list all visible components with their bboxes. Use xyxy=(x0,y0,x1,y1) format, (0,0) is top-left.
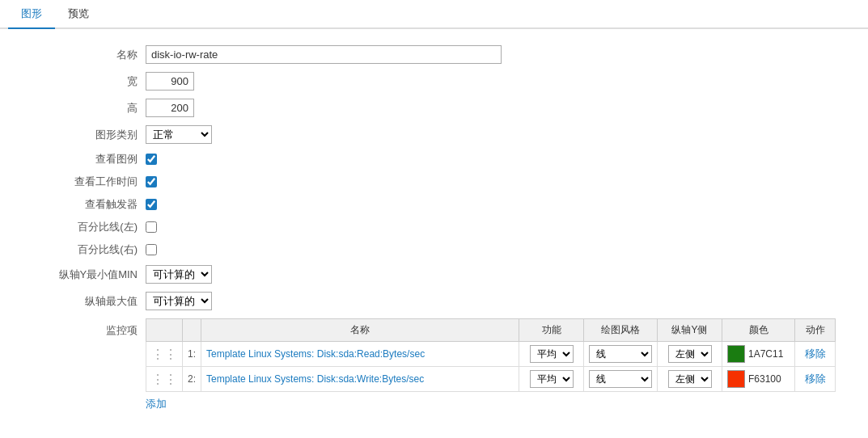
func-select[interactable]: 平均最小最大所有 xyxy=(530,370,574,388)
axis-cell: 左侧右侧 xyxy=(658,367,722,392)
name-input[interactable] xyxy=(146,45,502,64)
table-row: ⋮⋮2:Template Linux Systems: Disk:sda:Wri… xyxy=(146,367,836,392)
th-style: 绘图风格 xyxy=(584,319,658,342)
label-view-legend: 查看图例 xyxy=(32,152,138,166)
drag-handle[interactable]: ⋮⋮ xyxy=(146,367,183,392)
remove-link[interactable]: 移除 xyxy=(805,373,826,385)
remove-link[interactable]: 移除 xyxy=(805,347,826,360)
tab-graph[interactable]: 图形 xyxy=(8,0,55,29)
style-select[interactable]: 线填充区域加粗线点 xyxy=(589,345,652,363)
th-num xyxy=(183,319,201,342)
axis-select[interactable]: 左侧右侧 xyxy=(668,370,712,388)
row-view-legend: 查看图例 xyxy=(32,152,836,166)
color-value: 1A7C11 xyxy=(748,348,783,360)
label-y-max: 纵轴最大值 xyxy=(32,294,138,309)
tab-preview[interactable]: 预览 xyxy=(55,0,102,29)
th-func: 功能 xyxy=(519,319,584,342)
height-input[interactable] xyxy=(146,99,194,117)
style-select[interactable]: 线填充区域加粗线点 xyxy=(589,370,652,388)
style-cell: 线填充区域加粗线点 xyxy=(584,367,658,392)
tabs-bar: 图形 预览 xyxy=(0,0,868,29)
label-width: 宽 xyxy=(32,74,138,89)
th-axis: 纵轴Y侧 xyxy=(658,319,722,342)
monitor-table: 名称 功能 绘图风格 纵轴Y侧 颜色 动作 ⋮⋮1:Template Linux… xyxy=(146,318,836,392)
color-swatch[interactable] xyxy=(727,370,745,388)
th-name: 名称 xyxy=(201,319,519,342)
row-graph-type: 图形类别 正常 堆叠 饼图 爆炸饼图 xyxy=(32,125,836,144)
view-legend-checkbox[interactable] xyxy=(146,154,157,165)
percent-left-checkbox[interactable] xyxy=(146,221,157,233)
row-y-max: 纵轴最大值 可计算的 固定 项目 xyxy=(32,292,836,310)
drag-handle[interactable]: ⋮⋮ xyxy=(146,342,183,367)
label-work-time: 查看工作时间 xyxy=(32,175,138,189)
action-cell: 移除 xyxy=(795,342,836,367)
axis-select[interactable]: 左侧右侧 xyxy=(668,345,712,363)
label-monitors: 监控项 xyxy=(32,318,138,338)
row-num: 1: xyxy=(183,342,201,367)
monitor-table-wrapper: 名称 功能 绘图风格 纵轴Y侧 颜色 动作 ⋮⋮1:Template Linux… xyxy=(146,318,836,411)
row-name: 名称 xyxy=(32,45,836,64)
label-graph-type: 图形类别 xyxy=(32,128,138,142)
func-cell: 平均最小最大所有 xyxy=(519,367,584,392)
width-input[interactable] xyxy=(146,72,194,91)
view-work-time-checkbox[interactable] xyxy=(146,176,157,187)
color-value: F63100 xyxy=(748,373,781,385)
row-y-min: 纵轴Y最小值MIN 可计算的 固定 项目 xyxy=(32,265,836,284)
color-cell[interactable]: F63100 xyxy=(722,367,795,392)
table-row: ⋮⋮1:Template Linux Systems: Disk:sda:Rea… xyxy=(146,342,836,367)
monitor-name[interactable]: Template Linux Systems: Disk:sda:Write:B… xyxy=(201,367,519,392)
axis-cell: 左侧右侧 xyxy=(658,342,722,367)
view-triggers-checkbox[interactable] xyxy=(146,199,157,210)
action-cell: 移除 xyxy=(795,367,836,392)
func-select[interactable]: 平均最小最大所有 xyxy=(530,345,574,363)
row-num: 2: xyxy=(183,367,201,392)
label-height: 高 xyxy=(32,101,138,116)
style-cell: 线填充区域加粗线点 xyxy=(584,342,658,367)
row-percent-right: 百分比线(右) xyxy=(32,242,836,257)
label-name: 名称 xyxy=(32,48,138,62)
row-monitors: 监控项 名称 功能 绘图风格 纵轴Y侧 颜色 动作 ⋮⋮1:Tem xyxy=(32,318,836,411)
row-percent-left: 百分比线(左) xyxy=(32,220,836,234)
row-width: 宽 xyxy=(32,72,836,91)
y-max-select[interactable]: 可计算的 固定 项目 xyxy=(146,292,212,310)
row-triggers: 查看触发器 xyxy=(32,197,836,212)
label-percent-left: 百分比线(左) xyxy=(32,220,138,234)
graph-type-select[interactable]: 正常 堆叠 饼图 爆炸饼图 xyxy=(146,125,212,144)
th-drag xyxy=(146,319,183,342)
th-color: 颜色 xyxy=(722,319,795,342)
color-cell[interactable]: 1A7C11 xyxy=(722,342,795,367)
func-cell: 平均最小最大所有 xyxy=(519,342,584,367)
color-swatch[interactable] xyxy=(727,345,745,363)
monitor-name[interactable]: Template Linux Systems: Disk:sda:Read:By… xyxy=(201,342,519,367)
y-min-select[interactable]: 可计算的 固定 项目 xyxy=(146,265,212,284)
row-work-time: 查看工作时间 xyxy=(32,175,836,189)
row-height: 高 xyxy=(32,99,836,117)
label-triggers: 查看触发器 xyxy=(32,197,138,212)
percent-right-checkbox[interactable] xyxy=(146,244,157,255)
label-percent-right: 百分比线(右) xyxy=(32,242,138,257)
add-monitor-link[interactable]: 添加 xyxy=(146,397,167,411)
th-action: 动作 xyxy=(795,319,836,342)
label-y-min: 纵轴Y最小值MIN xyxy=(32,267,138,282)
form-container: 名称 宽 高 图形类别 正常 堆叠 饼图 爆炸饼图 查看图例 查看工作时间 查看… xyxy=(0,29,868,436)
